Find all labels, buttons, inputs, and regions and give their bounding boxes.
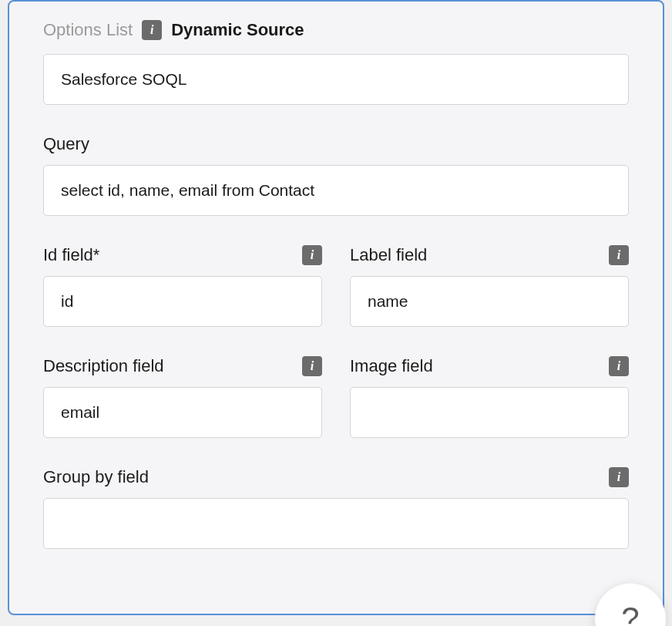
id-field-input[interactable]	[43, 276, 322, 327]
group-by-field-input[interactable]	[43, 498, 629, 549]
description-field-label: Description field	[43, 356, 164, 376]
label-field-group: Label field i	[350, 245, 629, 327]
desc-image-row: Description field i Image field i	[43, 356, 629, 438]
id-field-label: Id field*	[43, 245, 99, 265]
description-field-input[interactable]	[43, 387, 322, 438]
options-list-header: Options List i Dynamic Source	[43, 20, 629, 40]
image-field-input[interactable]	[350, 387, 629, 438]
label-field-input[interactable]	[350, 276, 629, 327]
query-input[interactable]	[43, 165, 629, 216]
image-field-label: Image field	[350, 356, 433, 376]
options-config-panel: Options List i Dynamic Source Query Id f…	[8, 0, 664, 615]
info-icon[interactable]: i	[609, 245, 629, 265]
description-field-group: Description field i	[43, 356, 322, 438]
options-list-label: Options List	[43, 20, 133, 40]
image-field-group: Image field i	[350, 356, 629, 438]
dynamic-source-label: Dynamic Source	[171, 20, 304, 40]
query-label: Query	[43, 134, 629, 154]
question-mark-icon: ?	[621, 601, 639, 626]
label-field-label: Label field	[350, 245, 427, 265]
group-by-field-group: Group by field i	[43, 467, 629, 549]
info-icon[interactable]: i	[302, 245, 322, 265]
source-field-group	[43, 54, 629, 105]
info-icon[interactable]: i	[142, 20, 162, 40]
id-field-group: Id field* i	[43, 245, 322, 327]
info-icon[interactable]: i	[609, 356, 629, 376]
query-field-group: Query	[43, 134, 629, 216]
info-icon[interactable]: i	[302, 356, 322, 376]
id-label-row: Id field* i Label field i	[43, 245, 629, 327]
source-input[interactable]	[43, 54, 629, 105]
group-by-field-label: Group by field	[43, 467, 149, 487]
info-icon[interactable]: i	[609, 467, 629, 487]
